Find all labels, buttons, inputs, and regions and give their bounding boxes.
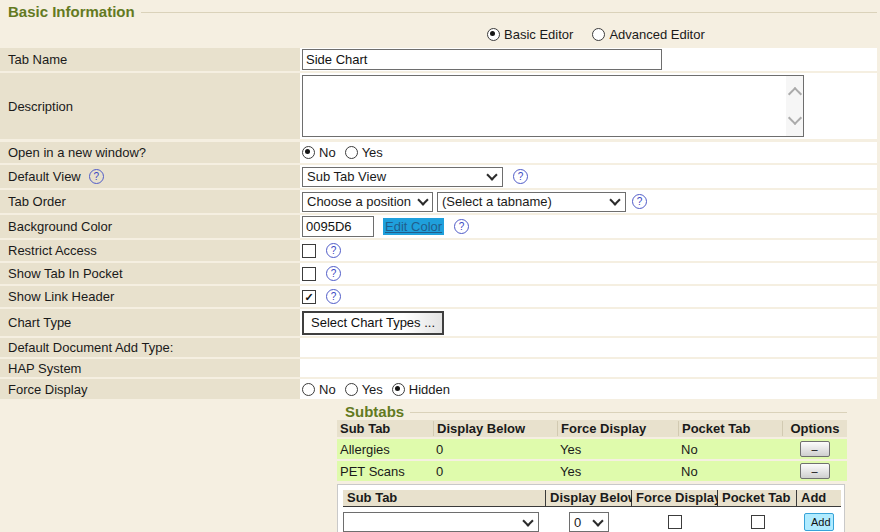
- column-header-add: Add: [797, 490, 841, 507]
- basic-information-panel: Basic Information Basic Editor Advanced …: [0, 0, 877, 399]
- legend-divider: [410, 412, 847, 413]
- new-force-display-checkbox[interactable]: [668, 515, 682, 529]
- hap-system-label: HAP System: [0, 359, 300, 377]
- new-subtab-select[interactable]: [343, 512, 539, 532]
- description-row: Description: [0, 73, 877, 139]
- description-label: Description: [0, 73, 300, 139]
- radio-selected-icon: [392, 383, 405, 396]
- chevron-down-icon: [592, 515, 603, 526]
- open-new-window-radio-no[interactable]: No: [302, 145, 336, 160]
- subtab-name-cell: PET Scans: [337, 464, 433, 479]
- column-header-force-display: Force Display: [632, 490, 718, 507]
- tab-name-label: Tab Name: [0, 48, 300, 71]
- basic-editor-label: Basic Editor: [504, 27, 573, 42]
- default-document-add-type-row: Default Document Add Type:: [0, 338, 877, 357]
- add-subtab-button[interactable]: Add: [804, 513, 834, 531]
- pocket-tab-cell: No: [678, 442, 782, 457]
- select-chart-types-button[interactable]: Select Chart Types ...: [302, 311, 444, 335]
- add-table-header: Sub Tab Display Below Force Display Pock…: [343, 490, 841, 507]
- tab-order-label: Tab Order: [0, 190, 300, 213]
- help-icon[interactable]: ?: [632, 194, 647, 209]
- help-icon[interactable]: ?: [89, 169, 104, 184]
- restrict-access-label: Restrict Access: [0, 240, 300, 261]
- force-display-radio-yes[interactable]: Yes: [345, 382, 383, 397]
- background-color-input[interactable]: [302, 216, 374, 237]
- textarea-scrollbar[interactable]: [786, 76, 803, 136]
- restrict-access-row: Restrict Access ?: [0, 240, 877, 261]
- description-textarea[interactable]: [302, 75, 804, 137]
- radio-unselected-icon: [345, 146, 358, 159]
- restrict-access-checkbox[interactable]: [302, 244, 316, 258]
- chart-type-label: Chart Type: [0, 309, 300, 336]
- force-display-row: Force Display No Yes Hidden: [0, 379, 877, 399]
- table-row: Allergies 0 Yes No –: [337, 439, 847, 459]
- legend-divider: [141, 12, 877, 13]
- background-color-row: Background Color Edit Color ?: [0, 215, 877, 238]
- pocket-tab-cell: No: [678, 464, 782, 479]
- force-display-radio-no[interactable]: No: [302, 382, 336, 397]
- default-view-label: Default View ?: [0, 165, 300, 188]
- radio-unselected-icon: [345, 383, 358, 396]
- show-link-header-checkbox[interactable]: ✓: [302, 290, 316, 304]
- show-link-header-row: Show Link Header ✓ ?: [0, 286, 877, 307]
- section-header: Basic Information: [0, 0, 877, 22]
- add-subtab-panel: Sub Tab Display Below Force Display Pock…: [337, 484, 845, 532]
- show-link-header-label: Show Link Header: [0, 286, 300, 307]
- chevron-down-icon: [486, 169, 497, 180]
- display-below-cell: 0: [433, 442, 557, 457]
- chevron-down-icon: [522, 515, 533, 526]
- column-header-force-display: Force Display: [557, 421, 678, 436]
- help-icon[interactable]: ?: [326, 289, 341, 304]
- column-header-sub-tab: Sub Tab: [343, 490, 546, 507]
- basic-editor-radio[interactable]: Basic Editor: [487, 27, 573, 42]
- advanced-editor-radio[interactable]: Advanced Editor: [592, 27, 704, 42]
- column-header-display-below: Display Below: [546, 490, 632, 507]
- help-icon[interactable]: ?: [326, 266, 341, 281]
- column-header-pocket-tab: Pocket Tab: [678, 421, 782, 436]
- editor-mode-group: Basic Editor Advanced Editor: [487, 26, 877, 43]
- help-icon[interactable]: ?: [513, 169, 528, 184]
- radio-unselected-icon: [592, 28, 605, 41]
- display-below-selected-value: 0: [574, 515, 581, 530]
- force-display-radio-hidden[interactable]: Hidden: [392, 382, 450, 397]
- column-header-pocket-tab: Pocket Tab: [718, 490, 797, 507]
- add-subtab-row: 0 Add: [343, 512, 841, 532]
- chevron-down-icon: [417, 194, 428, 205]
- tab-order-position-select[interactable]: Choose a position: [302, 192, 433, 212]
- page-title: Basic Information: [8, 3, 135, 20]
- default-view-select[interactable]: Sub Tab View: [302, 167, 503, 187]
- show-tab-in-pocket-checkbox[interactable]: [302, 267, 316, 281]
- subtabs-header: Subtabs: [337, 402, 847, 420]
- column-header-sub-tab: Sub Tab: [337, 421, 433, 436]
- remove-subtab-button[interactable]: –: [800, 463, 830, 479]
- table-row: PET Scans 0 Yes No –: [337, 461, 847, 481]
- hap-system-row: HAP System: [0, 359, 877, 377]
- subtabs-title: Subtabs: [345, 403, 404, 420]
- default-view-row: Default View ? Sub Tab View ?: [0, 165, 877, 188]
- chevron-down-icon: [609, 194, 620, 205]
- default-view-selected-value: Sub Tab View: [307, 169, 386, 184]
- tabname-selected-value: (Select a tabname): [442, 194, 552, 209]
- tab-order-tabname-select[interactable]: (Select a tabname): [437, 192, 626, 212]
- radio-selected-icon: [302, 146, 315, 159]
- subtab-name-cell: Allergies: [337, 442, 433, 457]
- new-pocket-tab-checkbox[interactable]: [751, 515, 765, 529]
- scroll-down-icon[interactable]: [787, 111, 801, 125]
- force-display-label: Force Display: [0, 379, 300, 399]
- scroll-up-icon[interactable]: [787, 87, 801, 101]
- edit-color-link[interactable]: Edit Color: [383, 218, 444, 235]
- tab-name-input[interactable]: [302, 49, 662, 70]
- show-tab-in-pocket-row: Show Tab In Pocket ?: [0, 263, 877, 284]
- remove-subtab-button[interactable]: –: [800, 441, 830, 457]
- open-new-window-radio-yes[interactable]: Yes: [345, 145, 383, 160]
- open-new-window-row: Open in a new window? No Yes: [0, 142, 877, 163]
- open-new-window-label: Open in a new window?: [0, 142, 300, 163]
- default-document-add-type-label: Default Document Add Type:: [0, 338, 300, 357]
- help-icon[interactable]: ?: [326, 243, 341, 258]
- help-icon[interactable]: ?: [454, 219, 469, 234]
- tab-name-row: Tab Name: [0, 48, 877, 71]
- column-header-display-below: Display Below: [433, 421, 557, 436]
- subtabs-table-header: Sub Tab Display Below Force Display Pock…: [337, 420, 847, 437]
- subtabs-section: Subtabs Sub Tab Display Below Force Disp…: [337, 402, 847, 532]
- new-display-below-select[interactable]: 0: [569, 512, 609, 532]
